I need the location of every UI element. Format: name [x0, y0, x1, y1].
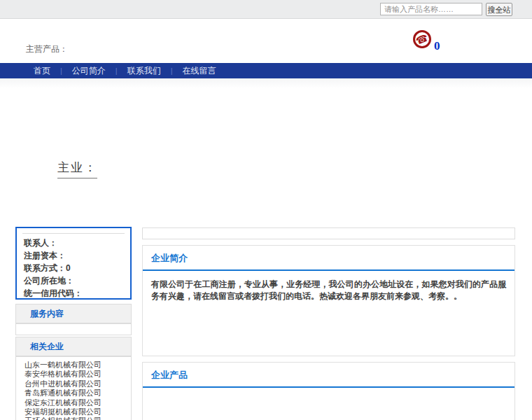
contact-divider — [22, 233, 125, 234]
top-strip-box — [142, 227, 515, 239]
company-location: 公司所在地： — [17, 274, 130, 287]
contact-info-box: 联系人： 注册资本： 联系方式：0 公司所在地： 统一信用代码： — [15, 227, 132, 300]
service-panel-body — [15, 323, 132, 335]
main-business-label: 主业： — [57, 160, 97, 178]
phone-number: 0 — [434, 39, 440, 53]
nav-separator: | — [115, 66, 118, 75]
contact-person: 联系人： — [17, 237, 130, 249]
nav-item-contact-us[interactable]: 联系我们 — [127, 65, 161, 77]
company-link[interactable]: 山东一鹤机械有限公司 — [16, 360, 131, 370]
nav-item-home[interactable]: 首页 — [34, 65, 50, 77]
nav-item-online-message[interactable]: 在线留言 — [183, 65, 216, 77]
company-intro-text: 有限公司于在工商注册，专业从事，业务经理，我公司的办公地址设在，如果您对我们的产… — [143, 271, 514, 310]
credit-code: 统一信用代码： — [17, 287, 130, 300]
company-intro-title: 企业简介 — [143, 246, 514, 271]
related-companies-list: 山东一鹤机械有限公司 泰安华格机械有限公司 台州中进机械有限公司 青岛辉通机械有… — [15, 356, 132, 420]
phone-glyph: ☎ — [414, 32, 429, 46]
company-link[interactable]: 泰安华格机械有限公司 — [16, 370, 131, 379]
phone-icon: ☎ — [413, 30, 431, 48]
search-input[interactable] — [380, 3, 482, 15]
nav-separator: | — [171, 66, 173, 75]
search-button[interactable]: 搜全站 — [486, 3, 512, 16]
nav-item-company-profile[interactable]: 公司简介 — [72, 65, 106, 77]
company-link[interactable]: 安福胡挺机械有限公司 — [16, 407, 131, 416]
main-products-label: 主营产品： — [26, 43, 68, 55]
contact-method: 联系方式：0 — [17, 262, 130, 274]
company-link[interactable]: 保定东江机械有限公司 — [16, 398, 131, 407]
nav-shadow-band — [0, 78, 532, 88]
top-search-bar: 搜全站 — [0, 0, 532, 19]
company-products-title: 企业产品 — [143, 363, 514, 388]
service-panel-title: 服务内容 — [15, 304, 132, 323]
nav-separator: | — [60, 66, 62, 75]
company-intro-box: 企业简介 有限公司于在工商注册，专业从事，业务经理，我公司的办公地址设在，如果您… — [142, 245, 515, 356]
registered-capital: 注册资本： — [17, 249, 130, 262]
company-link[interactable]: 台州中进机械有限公司 — [16, 379, 131, 388]
company-products-box: 企业产品 — [142, 362, 515, 420]
related-panel-title: 相关企业 — [15, 337, 132, 356]
company-link[interactable]: 青岛辉通机械有限公司 — [16, 388, 131, 398]
main-nav: 首页 | 公司简介 | 联系我们 | 在线留言 — [0, 63, 532, 78]
page: 搜全站 主营产品： ☎ 0 首页 | 公司简介 | 联系我们 | 在线留言 主业… — [0, 0, 532, 420]
company-link[interactable]: 玉环会想机械有限公司 — [16, 416, 131, 420]
